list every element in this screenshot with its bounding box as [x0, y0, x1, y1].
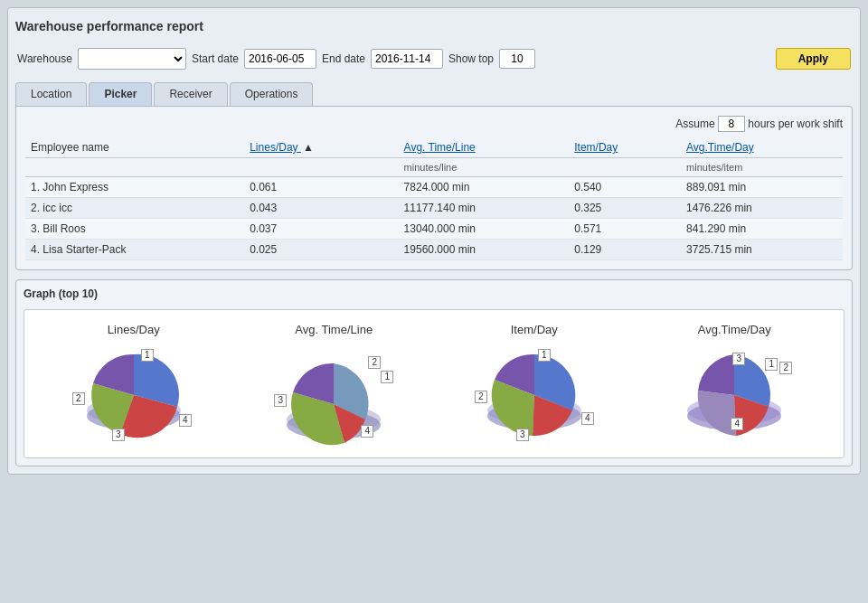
cell-avg-time-day: 3725.715 min [681, 240, 843, 260]
page-title: Warehouse performance report [15, 15, 853, 37]
pie-label-4: 4 [179, 414, 192, 427]
pie-label-3: 3 [274, 394, 287, 407]
cell-avg-time-line: 13040.000 min [399, 219, 570, 240]
cell-avg-time-day: 1476.226 min [681, 198, 843, 219]
pie-label-1: 1 [538, 349, 551, 362]
pie-label-4: 4 [581, 412, 594, 425]
end-date-label: End date [322, 52, 365, 65]
cell-name: 1. John Express [25, 177, 244, 198]
col-avg-time-day[interactable]: Avg.Time/Day [681, 137, 843, 158]
col-sub-lines [244, 158, 398, 177]
pie-label-1: 1 [381, 371, 393, 383]
warehouse-select[interactable] [78, 48, 186, 70]
chart-avg-time-line-title: Avg. Time/Line [295, 323, 373, 336]
pie-label-1: 1 [141, 349, 154, 362]
chart-item-day-title: Item/Day [511, 323, 558, 336]
show-top-label: Show top [448, 52, 494, 65]
cell-lines-day: 0.061 [244, 177, 398, 198]
cell-name: 2. icc icc [25, 198, 244, 219]
cell-avg-time-line: 11177.140 min [399, 198, 570, 219]
cell-name: 3. Bill Roos [25, 219, 244, 240]
tab-location[interactable]: Location [15, 82, 87, 106]
col-avg-time-line[interactable]: Avg. Time/Line [399, 137, 570, 158]
table-row: 1. John Express 0.061 7824.000 min 0.540… [25, 177, 843, 198]
col-sub-item [569, 158, 681, 177]
pie-label-3: 3 [516, 429, 529, 441]
cell-lines-day: 0.037 [244, 219, 398, 240]
apply-button[interactable]: Apply [776, 48, 851, 70]
pie-label-4: 4 [731, 418, 743, 430]
start-date-label: Start date [192, 52, 239, 65]
pie-label-2: 2 [368, 356, 381, 369]
start-date-input[interactable] [244, 49, 316, 69]
data-table: Employee name Lines/Day ▲ Avg. Time/Line… [25, 137, 843, 260]
table-row: 3. Bill Roos 0.037 13040.000 min 0.571 8… [25, 219, 843, 240]
col-sub-avg-time-day: minutes/item [681, 158, 843, 177]
pie-label-2: 2 [779, 362, 792, 374]
chart-avg-time-day: Avg.Time/Day [644, 323, 825, 445]
pie-avg-time-day: 3 2 1 4 [671, 345, 797, 445]
graph-panel: Graph (top 10) Lines/Day [15, 279, 853, 466]
show-top-input[interactable] [499, 49, 535, 69]
assume-label: Assume [675, 118, 714, 130]
pie-label-3: 3 [112, 429, 125, 441]
graph-title: Graph (top 10) [24, 287, 844, 300]
pie-label-3: 3 [732, 353, 745, 365]
col-sub-name [25, 158, 244, 177]
chart-item-day: Item/Day [444, 323, 625, 445]
chart-avg-time-day-title: Avg.Time/Day [698, 323, 771, 336]
pie-item-day: 1 2 3 4 [471, 345, 598, 445]
assume-row: Assume hours per work shift [25, 116, 843, 132]
tabs-container: Location Picker Receiver Operations [15, 82, 853, 106]
tab-operations[interactable]: Operations [230, 82, 314, 106]
cell-item-day: 0.540 [569, 177, 681, 198]
pie-lines-day: 1 2 3 4 [71, 345, 197, 445]
cell-avg-time-line: 19560.000 min [399, 240, 570, 260]
warehouse-label: Warehouse [17, 52, 72, 65]
assume-hours-input[interactable] [718, 116, 745, 132]
pie-avg-time-line: 2 1 3 4 [270, 345, 397, 445]
col-sub-avg-time-line: minutes/line [399, 158, 570, 177]
table-row: 4. Lisa Starter-Pack 0.025 19560.000 min… [25, 240, 843, 260]
pie-label-4: 4 [361, 425, 373, 438]
assume-suffix: hours per work shift [748, 118, 843, 130]
cell-item-day: 0.325 [569, 198, 681, 219]
pie-label-1: 1 [765, 358, 778, 371]
col-item-day[interactable]: Item/Day [569, 137, 681, 158]
table-row: 2. icc icc 0.043 11177.140 min 0.325 147… [25, 198, 843, 219]
pie-label-2: 2 [72, 392, 85, 405]
tab-receiver[interactable]: Receiver [154, 82, 227, 106]
cell-item-day: 0.129 [569, 240, 681, 260]
main-container: Warehouse performance report Warehouse S… [7, 7, 861, 475]
pie-label-2: 2 [475, 391, 487, 403]
cell-avg-time-day: 889.091 min [681, 177, 843, 198]
cell-name: 4. Lisa Starter-Pack [25, 240, 244, 260]
cell-avg-time-line: 7824.000 min [399, 177, 570, 198]
graph-inner: Lines/Day [24, 309, 844, 458]
charts-row: Lines/Day [33, 323, 835, 445]
col-employee-name: Employee name [25, 137, 244, 158]
chart-lines-day: Lines/Day [43, 323, 224, 445]
content-panel: Assume hours per work shift Employee nam… [15, 106, 853, 270]
sort-arrow-icon: ▲ [303, 141, 314, 154]
end-date-input[interactable] [371, 49, 443, 69]
chart-lines-day-title: Lines/Day [108, 323, 160, 336]
cell-avg-time-day: 841.290 min [681, 219, 843, 240]
cell-lines-day: 0.043 [244, 198, 398, 219]
cell-item-day: 0.571 [569, 219, 681, 240]
tab-picker[interactable]: Picker [89, 82, 152, 106]
filter-bar: Warehouse Start date End date Show top A… [15, 44, 853, 73]
cell-lines-day: 0.025 [244, 240, 398, 260]
col-lines-day[interactable]: Lines/Day ▲ [244, 137, 398, 158]
chart-avg-time-line: Avg. Time/Line [243, 323, 424, 445]
